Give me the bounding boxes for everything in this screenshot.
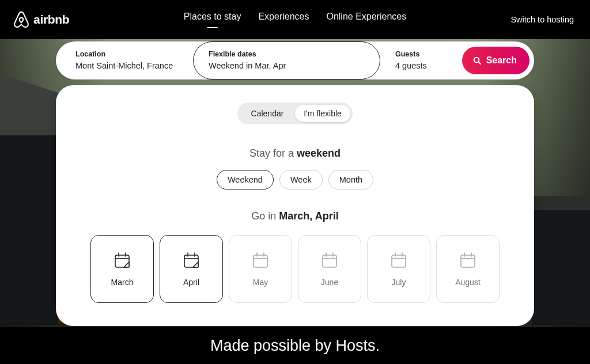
nav-tab-experiences[interactable]: Experiences <box>258 12 309 28</box>
duration-weekend[interactable]: Weekend <box>217 170 274 189</box>
nav-tab-online-experiences[interactable]: Online Experiences <box>326 12 406 28</box>
month-april[interactable]: April <box>160 235 223 303</box>
switch-to-hosting-link[interactable]: Switch to hosting <box>510 15 574 24</box>
calendar-icon <box>251 251 270 270</box>
month-august[interactable]: August <box>436 235 500 303</box>
svg-rect-14 <box>323 255 336 267</box>
go-prefix: Go in <box>251 210 279 222</box>
search-button[interactable]: Search <box>462 47 530 74</box>
go-value: March, April <box>279 210 338 222</box>
calendar-icon <box>113 251 131 270</box>
calendar-icon <box>320 251 339 270</box>
date-mode-toggle: Calendar I'm flexible <box>237 103 353 124</box>
month-label: July <box>392 278 406 287</box>
go-in-line: Go in March, April <box>90 210 500 222</box>
duration-month[interactable]: Month <box>328 170 373 189</box>
svg-rect-22 <box>461 255 475 267</box>
duration-pills: Weekend Week Month <box>90 170 500 189</box>
search-dates[interactable]: Flexible dates Weekend in Mar, Apr <box>193 41 380 79</box>
svg-line-1 <box>478 62 480 64</box>
search-dates-value: Weekend in Mar, Apr <box>209 60 365 71</box>
search-guests[interactable]: Guests 4 guests <box>380 43 462 78</box>
stay-for-line: Stay for a weekend <box>90 147 500 160</box>
month-label: August <box>455 278 481 287</box>
search-location-label: Location <box>75 50 178 59</box>
month-july[interactable]: July <box>367 235 430 303</box>
search-dates-label: Flexible dates <box>209 50 365 59</box>
hero-background <box>532 210 590 325</box>
calendar-icon <box>459 251 477 270</box>
calendar-icon <box>182 251 201 270</box>
month-label: June <box>321 278 338 287</box>
search-location[interactable]: Location Mont Saint-Michel, France <box>56 43 193 78</box>
month-label: March <box>111 278 134 287</box>
search-bar: Location Mont Saint-Michel, France Flexi… <box>56 41 534 79</box>
nav-tabs: Places to stay Experiences Online Experi… <box>184 12 406 28</box>
search-location-value: Mont Saint-Michel, France <box>75 60 178 71</box>
month-grid: March April May <box>90 235 500 303</box>
airbnb-logo-icon <box>13 10 30 29</box>
svg-rect-10 <box>254 255 267 267</box>
flexible-dates-panel: Calendar I'm flexible Stay for a weekend… <box>56 85 534 326</box>
search-guests-label: Guests <box>395 50 447 59</box>
brand-logo[interactable]: airbnb <box>13 10 69 29</box>
month-label: May <box>253 278 268 287</box>
stay-value: weekend <box>297 147 341 159</box>
search-button-label: Search <box>486 55 517 66</box>
calendar-icon <box>389 251 408 270</box>
stay-prefix: Stay for a <box>249 147 297 159</box>
mode-calendar[interactable]: Calendar <box>240 105 295 122</box>
month-june[interactable]: June <box>298 235 361 303</box>
mode-flexible[interactable]: I'm flexible <box>295 105 350 122</box>
svg-rect-18 <box>392 255 406 267</box>
nav-tab-places[interactable]: Places to stay <box>184 12 241 28</box>
search-guests-value: 4 guests <box>395 60 447 71</box>
brand-name: airbnb <box>33 13 69 26</box>
hero-tagline: Made possible by Hosts. <box>0 337 590 355</box>
month-may[interactable]: May <box>229 235 292 303</box>
duration-week[interactable]: Week <box>279 170 323 189</box>
month-label: April <box>183 278 199 287</box>
search-icon <box>472 56 482 65</box>
month-march[interactable]: March <box>90 235 154 303</box>
